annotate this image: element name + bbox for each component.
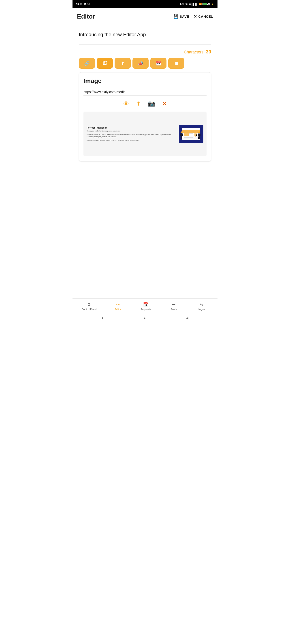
megaphone-icon: 📣 xyxy=(138,60,143,66)
logout-label: Logout xyxy=(198,308,206,310)
android-back-button[interactable]: ◀ xyxy=(186,316,188,320)
close-icon: ✕ xyxy=(162,100,167,107)
requests-label: Requests xyxy=(141,308,151,310)
megaphone-button[interactable]: 📣 xyxy=(132,58,149,69)
image-preview: Perfect Publisher Share your content and… xyxy=(84,112,206,156)
image-actions: 👁 ⬆ 📷 ✕ xyxy=(84,100,206,107)
char-count: 30 xyxy=(206,49,211,54)
wifi-icon: 📶 xyxy=(199,3,202,5)
nav-posts[interactable]: ☰ Posts xyxy=(167,302,180,310)
image-card-title: Image xyxy=(84,77,206,84)
upload-image-button[interactable]: ⬆ xyxy=(136,100,141,107)
nav-control-panel[interactable]: ⚙ Control Panel xyxy=(82,302,97,310)
camera-icon: 📷 xyxy=(148,100,155,107)
save-icon: 💾 xyxy=(173,14,179,19)
cancel-button[interactable]: ✕ CANCEL xyxy=(194,14,213,19)
svg-rect-17 xyxy=(199,137,200,139)
pp-graphic: 📱 xyxy=(179,125,203,143)
image-button[interactable]: 🖼 xyxy=(97,58,113,69)
android-nav: ■ ● ◀ xyxy=(73,314,217,322)
svg-rect-16 xyxy=(198,137,199,139)
svg-rect-15 xyxy=(200,134,200,136)
pp-description-2: Perfect Publisher is a one-of-a-kind inn… xyxy=(87,134,176,138)
upload-icon: ⬆ xyxy=(121,60,125,66)
bluetooth-icon: ✱ xyxy=(189,3,191,5)
eye-icon: 👁 xyxy=(123,100,129,107)
status-time: 16:05 xyxy=(76,3,82,5)
divider-1 xyxy=(79,44,211,44)
android-home-button[interactable]: ● xyxy=(144,316,145,320)
grid-icon: ⊞ xyxy=(175,61,178,66)
editor-title-input[interactable] xyxy=(79,30,211,40)
figure-right xyxy=(196,131,202,142)
battery-icon xyxy=(202,3,207,5)
android-stop-button[interactable]: ■ xyxy=(102,316,103,320)
editor-content: Characters: 30 🔗 🖼 ⬆ 📣 📅 ⊞ Image 👁 xyxy=(73,25,217,232)
svg-rect-9 xyxy=(182,134,183,136)
app-bar-title: Editor xyxy=(77,13,173,20)
cancel-icon: ✕ xyxy=(194,14,197,19)
pp-description: Share your content and engage your custo… xyxy=(87,130,176,132)
battery-percent: 46 xyxy=(208,3,210,5)
signal-icon: ▌▌▌▌ xyxy=(192,3,198,5)
pp-text-column: Perfect Publisher Share your content and… xyxy=(87,126,176,141)
svg-rect-2 xyxy=(189,134,193,135)
svg-rect-1 xyxy=(189,132,193,134)
svg-point-6 xyxy=(181,132,182,133)
svg-point-12 xyxy=(198,132,200,133)
save-label: SAVE xyxy=(180,14,189,18)
editor-icon: ✏ xyxy=(116,302,120,307)
svg-rect-8 xyxy=(180,134,181,136)
grid-button[interactable]: ⊞ xyxy=(168,58,184,69)
pp-description-3: Focus on content creation, Perfect Publi… xyxy=(87,139,176,142)
camera-button[interactable]: 📷 xyxy=(148,100,155,107)
image-card: Image 👁 ⬆ 📷 ✕ Perfect Publisher Share yo… xyxy=(79,72,211,162)
content-spacer xyxy=(73,232,217,298)
link-icon: 🔗 xyxy=(84,60,90,66)
posts-label: Posts xyxy=(171,308,177,310)
control-panel-icon: ⚙ xyxy=(87,302,91,307)
bottom-nav: ⚙ Control Panel ✏ Editor 📅 Requests ☰ Po… xyxy=(73,298,217,314)
figure-left xyxy=(180,131,186,142)
cancel-label: CANCEL xyxy=(198,14,213,18)
editor-toolbar: 🔗 🖼 ⬆ 📣 📅 ⊞ xyxy=(79,58,211,69)
editor-label: Editor xyxy=(115,308,121,310)
svg-rect-11 xyxy=(181,137,182,139)
app-bar-actions: 💾 SAVE ✕ CANCEL xyxy=(173,14,213,19)
app-bar: Editor 💾 SAVE ✕ CANCEL xyxy=(73,8,217,25)
calendar-icon: 📅 xyxy=(156,60,161,66)
char-counter: Characters: 30 xyxy=(79,49,211,55)
status-bar: 16:05 🗑 ▷ f ··· 1.2KB/s ✱ ▌▌▌▌ 📶 46 ⚡ xyxy=(73,0,217,8)
charge-icon: ⚡ xyxy=(211,3,214,5)
nav-requests[interactable]: 📅 Requests xyxy=(139,302,152,310)
calendar-button[interactable]: 📅 xyxy=(150,58,166,69)
preview-button[interactable]: 👁 xyxy=(123,100,129,107)
save-button[interactable]: 💾 SAVE xyxy=(173,14,189,19)
nav-editor[interactable]: ✏ Editor xyxy=(111,302,124,310)
status-bar-right: 1.2KB/s ✱ ▌▌▌▌ 📶 46 ⚡ xyxy=(180,3,214,5)
status-icons: 🗑 ▷ f ··· xyxy=(84,3,93,6)
logout-icon: ↪ xyxy=(200,302,204,307)
char-label: Characters: xyxy=(184,50,204,54)
svg-rect-14 xyxy=(198,134,199,136)
image-icon: 🖼 xyxy=(103,61,107,66)
image-url-input[interactable] xyxy=(84,88,206,96)
clear-image-button[interactable]: ✕ xyxy=(162,100,167,107)
pp-title: Perfect Publisher xyxy=(87,126,176,129)
upload2-icon: ⬆ xyxy=(136,100,141,107)
link-button[interactable]: 🔗 xyxy=(79,58,95,69)
svg-rect-10 xyxy=(181,137,181,139)
upload-button[interactable]: ⬆ xyxy=(115,58,131,69)
network-speed: 1.2KB/s xyxy=(180,3,188,5)
requests-icon: 📅 xyxy=(143,302,149,307)
status-bar-left: 16:05 🗑 ▷ f ··· xyxy=(76,3,93,6)
nav-logout[interactable]: ↪ Logout xyxy=(195,302,208,310)
control-panel-label: Control Panel xyxy=(82,308,97,310)
posts-icon: ☰ xyxy=(172,302,176,307)
perfect-publisher-card: Perfect Publisher Share your content and… xyxy=(84,112,206,156)
